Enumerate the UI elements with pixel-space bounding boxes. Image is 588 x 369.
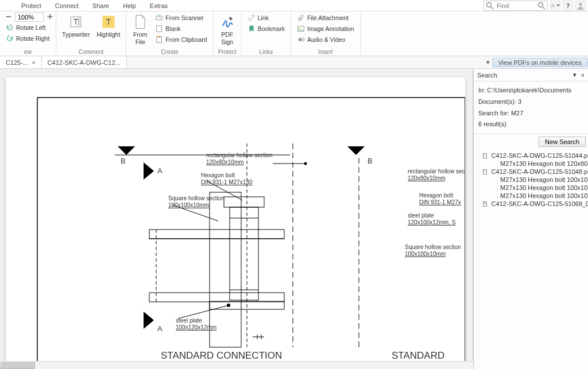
- tree-result[interactable]: M27x130 Hexagon bolt 100x10: [475, 192, 587, 200]
- svg-point-31: [304, 162, 307, 165]
- new-search-button[interactable]: New Search: [539, 137, 586, 147]
- menu-extras[interactable]: Extras: [143, 2, 175, 9]
- rotate-right-icon: [6, 34, 14, 42]
- svg-point-2: [539, 2, 543, 7]
- section-b-label: B: [121, 157, 126, 166]
- tree-file[interactable]: −C412-SKC-A-DWG-C125-51048.pdf: [475, 168, 587, 176]
- find-box[interactable]: [483, 1, 548, 11]
- panel-dropdown-icon[interactable]: ▾: [573, 71, 577, 79]
- expand-icon[interactable]: +: [483, 201, 487, 207]
- zoom-input[interactable]: [15, 13, 44, 22]
- user-button[interactable]: [575, 1, 586, 11]
- svg-point-0: [487, 2, 492, 7]
- rotate-left-icon: [6, 24, 14, 32]
- from-clipboard-button[interactable]: From Clipboard: [153, 34, 209, 45]
- tree-file[interactable]: −C412-SKC-A-DWG-C125-51044.pdf: [475, 152, 587, 160]
- svg-rect-21: [37, 98, 465, 369]
- ribbon-group-create: Create: [130, 49, 209, 56]
- typewriter-button[interactable]: T Typewriter: [60, 13, 92, 40]
- collapse-icon[interactable]: −: [483, 169, 487, 174]
- pdf-sign-button[interactable]: PDF Sign: [217, 13, 238, 46]
- tree-result[interactable]: M27x130 Hexagon bolt 100x10: [475, 176, 587, 184]
- menu-connect[interactable]: Connect: [48, 2, 86, 9]
- rect-hollow-label: rectangular hollow section120x80x10mm: [206, 152, 273, 166]
- menu-share[interactable]: Share: [86, 2, 116, 9]
- menu-bar: Protect Connect Share Help Extras ?: [0, 0, 588, 11]
- svg-line-42: [178, 305, 229, 318]
- scroll-thumb[interactable]: [1, 362, 35, 369]
- ribbon: Rotate Left Rotate Right ew T Typewriter…: [0, 11, 588, 56]
- highlight-button[interactable]: T Highlight: [94, 13, 122, 40]
- tree-result[interactable]: M27x130 Hexagon bolt 100x10: [475, 184, 587, 192]
- close-icon[interactable]: ×: [32, 59, 35, 66]
- tabs-bar: C125-... × C412-SKC-A-DWG-C12... ▾ View …: [0, 56, 588, 69]
- r-rect-hollow: rectangular hollow sec120x80x10mm: [408, 168, 465, 182]
- tree-file[interactable]: +C412-SKC-A-DWG-C125-51068_00: [475, 200, 587, 208]
- bookmark-button[interactable]: Bookmark: [245, 24, 287, 34]
- rotate-right-button[interactable]: Rotate Right: [3, 33, 55, 44]
- search-title: Search: [477, 72, 497, 79]
- svg-rect-6: [6, 16, 11, 17]
- horizontal-scrollbar[interactable]: [0, 361, 473, 369]
- ribbon-group-protect: Protect: [217, 49, 238, 56]
- document-tab-1[interactable]: C125-... ×: [0, 56, 42, 68]
- zoom-out-button[interactable]: [5, 13, 14, 22]
- audio-icon: [297, 36, 305, 44]
- svg-marker-25: [144, 162, 154, 180]
- file-attachment-button[interactable]: File Attachment: [295, 13, 357, 23]
- hex-bolt-label: Hexagon boltDIN 931-1 M27x130: [201, 172, 253, 186]
- menu-protect[interactable]: Protect: [14, 2, 48, 9]
- bookmark-icon: [247, 25, 256, 33]
- search-summary: In: C:\Users\ptokarek\Documents Document…: [474, 81, 588, 134]
- tab-dropdown-icon[interactable]: ▾: [486, 59, 490, 66]
- document-viewport[interactable]: B B A A rectangular hollow section120x80…: [0, 69, 473, 369]
- user-icon: [577, 2, 585, 10]
- audio-video-button[interactable]: Audio & Video: [295, 34, 357, 45]
- r-steel-plate: steel plate120x100x12mm, S: [408, 212, 455, 226]
- tab-label: C125-...: [6, 59, 28, 66]
- menu-help[interactable]: Help: [116, 2, 143, 9]
- blank-icon: [155, 25, 163, 33]
- ribbon-group-comment: Comment: [60, 49, 122, 56]
- search-go-icon[interactable]: [537, 1, 546, 10]
- search-icon: [485, 1, 494, 10]
- svg-point-4: [552, 5, 554, 6]
- svg-rect-39: [149, 293, 284, 302]
- svg-text:T: T: [106, 17, 111, 26]
- clipboard-icon: [155, 36, 163, 44]
- steel-plate-label: steel plate100x120x12mm: [176, 317, 216, 331]
- collapse-icon[interactable]: −: [483, 153, 487, 158]
- svg-rect-33: [224, 197, 264, 207]
- help-button[interactable]: ?: [563, 1, 573, 11]
- settings-dropdown[interactable]: [550, 1, 560, 11]
- svg-marker-23: [347, 146, 365, 155]
- tab-label: C412-SKC-A-DWG-C12...: [48, 59, 121, 66]
- technical-drawing: [6, 77, 465, 369]
- find-input[interactable]: [496, 2, 536, 9]
- r-sq-hollow: Square hollow section100x100x10mm: [405, 244, 461, 258]
- section-a-bottom: A: [157, 324, 163, 333]
- document-tab-2[interactable]: C412-SKC-A-DWG-C12...: [42, 56, 127, 68]
- zoom-in-button[interactable]: [46, 13, 55, 22]
- highlight-icon: T: [100, 14, 117, 30]
- image-annotation-button[interactable]: Image Annotation: [295, 24, 357, 34]
- from-file-button[interactable]: From File: [130, 13, 150, 46]
- ribbon-group-links: Links: [245, 49, 287, 56]
- from-scanner-button[interactable]: From Scanner: [153, 13, 209, 23]
- scanner-icon: [155, 14, 163, 22]
- blank-button[interactable]: Blank: [153, 24, 209, 34]
- rotate-left-button[interactable]: Rotate Left: [3, 22, 55, 33]
- link-button[interactable]: Link: [245, 13, 287, 23]
- svg-rect-18: [158, 36, 161, 38]
- mobile-hint[interactable]: View PDFs on mobile devices: [492, 58, 588, 67]
- tree-result[interactable]: M27x130 Hexagon bolt 120x80: [475, 160, 587, 168]
- document-page: B B A A rectangular hollow section120x80…: [6, 77, 465, 369]
- svg-marker-26: [144, 312, 154, 329]
- attachment-icon: [297, 14, 305, 22]
- sign-icon: [219, 14, 235, 30]
- panel-close-icon[interactable]: ×: [581, 72, 585, 79]
- help-icon: ?: [566, 2, 570, 9]
- file-icon: [132, 14, 148, 30]
- ribbon-group-view: ew: [3, 49, 52, 56]
- search-panel: Search ▾ × In: C:\Users\ptokarek\Documen…: [473, 69, 588, 369]
